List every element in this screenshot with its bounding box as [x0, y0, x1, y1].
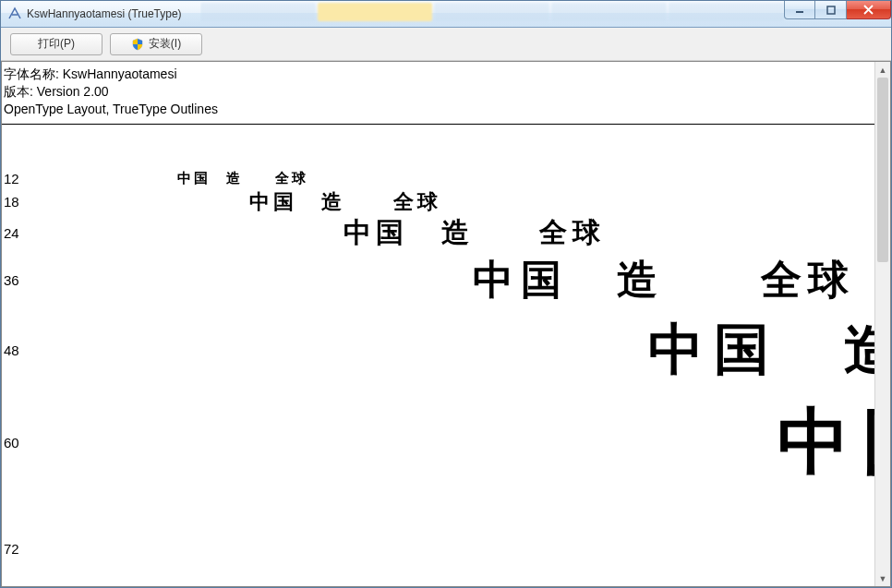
sample-row-48: 48中国 造 全球: [2, 309, 874, 392]
sample-row-72: 72中国 造 全球: [2, 494, 874, 586]
sample-row-18: 18中国 造 全球: [2, 189, 874, 215]
background-tabs: [200, 1, 784, 27]
titlebar: KswHannyaotamesi (TrueType): [1, 1, 891, 28]
print-button[interactable]: 打印(P): [10, 33, 102, 55]
print-button-label: 打印(P): [38, 36, 75, 52]
window-title: KswHannyaotamesi (TrueType): [27, 7, 182, 20]
shield-icon: [131, 38, 144, 51]
font-layout-line: OpenType Layout, TrueType Outlines: [4, 101, 873, 118]
sample-row-36: 36中国 造 全球: [2, 252, 874, 309]
sample-row-12: 12中国 造 全球: [2, 169, 874, 189]
size-label: 12: [4, 171, 19, 186]
maximize-button[interactable]: [815, 1, 847, 19]
toolbar: 打印(P) 安装(I): [1, 28, 891, 61]
sample-text: 中国 造 全球: [777, 394, 874, 491]
size-label: 24: [4, 225, 19, 241]
font-name-line: 字体名称: KswHannyaotamesi: [4, 66, 873, 83]
sample-text: 中国 造 全球: [473, 253, 856, 307]
install-button-label: 安装(I): [149, 36, 181, 52]
size-label: 48: [4, 342, 19, 358]
sample-text: 中国 造 全球: [648, 313, 874, 388]
scroll-up-arrow-icon[interactable]: ▲: [875, 62, 890, 78]
scroll-track[interactable]: [875, 78, 890, 570]
scroll-thumb[interactable]: [877, 78, 888, 262]
scroll-down-arrow-icon[interactable]: ▼: [875, 570, 890, 586]
svg-rect-1: [827, 6, 835, 14]
font-preview: 字体名称: KswHannyaotamesi 版本: Version 2.00 …: [2, 62, 874, 586]
install-button[interactable]: 安装(I): [110, 33, 202, 55]
sample-text: 中国 造 全球: [177, 170, 308, 187]
sample-text: 中国 造 全球: [344, 214, 605, 252]
window-controls: [784, 1, 891, 27]
minimize-button[interactable]: [784, 1, 815, 19]
sample-rows: 12中国 造 全球18中国 造 全球24中国 造 全球36中国 造 全球48中国…: [2, 125, 874, 586]
vertical-scrollbar[interactable]: ▲ ▼: [874, 62, 890, 586]
app-icon: [7, 6, 22, 21]
content-area: 字体名称: KswHannyaotamesi 版本: Version 2.00 …: [1, 61, 891, 587]
size-label: 60: [4, 435, 19, 450]
sample-row-24: 24中国 造 全球: [2, 215, 874, 252]
sample-row-60: 60中国 造 全球: [2, 392, 874, 494]
sample-text: 中国 造 全球: [249, 188, 441, 216]
size-label: 72: [4, 541, 19, 557]
size-label: 36: [4, 272, 19, 288]
font-info: 字体名称: KswHannyaotamesi 版本: Version 2.00 …: [2, 62, 874, 121]
font-version-line: 版本: Version 2.00: [4, 83, 873, 101]
close-button[interactable]: [847, 1, 891, 19]
size-label: 18: [4, 194, 19, 210]
